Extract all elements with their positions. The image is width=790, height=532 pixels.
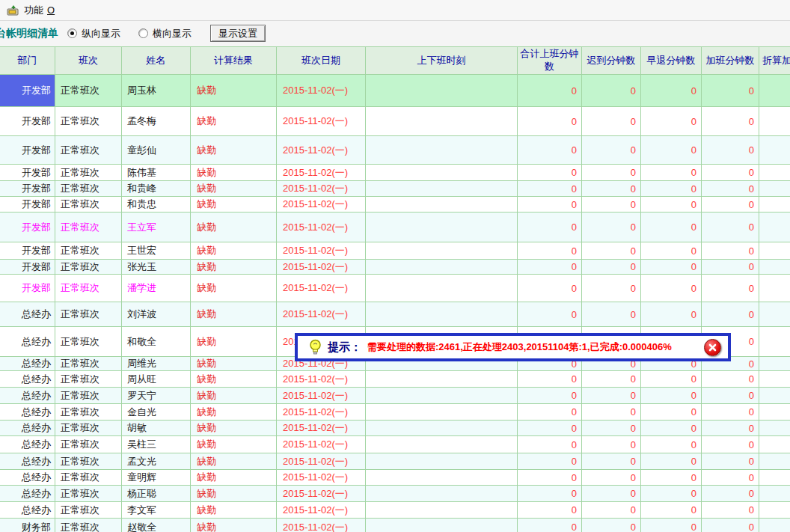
cell-date[interactable]: 2015-11-02(一) (277, 371, 366, 388)
cell-overtime-minutes[interactable]: 0 (702, 404, 759, 421)
cell-shift[interactable]: 正常班次 (55, 486, 122, 502)
table-row[interactable]: 总经办正常班次李文军缺勤2015-11-02(一)0000 (0, 502, 790, 519)
cell-overtime-minutes[interactable]: 0 (702, 371, 759, 388)
cell-overtime-minutes[interactable]: 0 (702, 486, 759, 502)
cell-total-minutes[interactable]: 0 (518, 136, 582, 165)
cell-name[interactable]: 罗天宁 (122, 388, 191, 404)
column-header[interactable]: 班次日期 (277, 46, 366, 75)
display-settings-button[interactable]: 显示设置 (210, 25, 266, 42)
cell-date[interactable]: 2015-11-02(一) (277, 107, 366, 136)
cell-early-minutes[interactable]: 0 (641, 519, 702, 532)
cell-late-minutes[interactable]: 0 (582, 470, 641, 486)
cell-late-minutes[interactable]: 0 (582, 502, 641, 519)
cell-late-minutes[interactable]: 0 (582, 436, 641, 453)
table-row[interactable]: 总经办正常班次童明辉缺勤2015-11-02(一)0000 (0, 470, 790, 486)
table-row[interactable]: 开发部正常班次孟冬梅缺勤2015-11-02(一)0000 (0, 107, 790, 136)
cell-worktime[interactable] (366, 260, 518, 275)
cell-date[interactable]: 2015-11-02(一) (277, 75, 366, 107)
cell-shift[interactable]: 正常班次 (55, 242, 122, 260)
cell-converted[interactable] (759, 275, 790, 302)
cell-shift[interactable]: 正常班次 (55, 165, 122, 181)
cell-early-minutes[interactable]: 0 (641, 470, 702, 486)
cell-dept[interactable]: 总经办 (0, 388, 55, 404)
cell-dept[interactable]: 财务部 (0, 519, 55, 532)
cell-result[interactable]: 缺勤 (191, 486, 277, 502)
cell-late-minutes[interactable]: 0 (582, 486, 641, 502)
cell-early-minutes[interactable]: 0 (641, 165, 702, 181)
cell-early-minutes[interactable]: 0 (641, 181, 702, 197)
cell-total-minutes[interactable]: 0 (518, 213, 582, 242)
cell-date[interactable]: 2015-11-02(一) (277, 260, 366, 275)
cell-shift[interactable]: 正常班次 (55, 260, 122, 275)
cell-worktime[interactable] (366, 404, 518, 421)
cell-name[interactable]: 孟冬梅 (122, 107, 191, 136)
cell-early-minutes[interactable]: 0 (641, 75, 702, 107)
cell-early-minutes[interactable]: 0 (641, 197, 702, 213)
cell-overtime-minutes[interactable]: 0 (702, 470, 759, 486)
cell-result[interactable]: 缺勤 (191, 260, 277, 275)
cell-dept[interactable]: 总经办 (0, 357, 55, 371)
cell-dept[interactable]: 开发部 (0, 75, 55, 107)
menu-function[interactable]: 功能O (5, 2, 59, 19)
cell-name[interactable]: 和贵忠 (122, 197, 191, 213)
cell-dept[interactable]: 开发部 (0, 181, 55, 197)
table-row[interactable]: 开发部正常班次陈伟基缺勤2015-11-02(一)0000 (0, 165, 790, 181)
cell-converted[interactable] (759, 519, 790, 532)
cell-converted[interactable] (759, 436, 790, 453)
cell-late-minutes[interactable]: 0 (582, 302, 641, 327)
cell-date[interactable]: 2015-11-02(一) (277, 519, 366, 532)
cell-dept[interactable]: 总经办 (0, 502, 55, 519)
cell-dept[interactable]: 总经办 (0, 371, 55, 388)
cell-name[interactable]: 周玉林 (122, 75, 191, 107)
column-header[interactable]: 上下班时刻 (366, 46, 518, 75)
cell-result[interactable]: 缺勤 (191, 404, 277, 421)
cell-total-minutes[interactable]: 0 (518, 242, 582, 260)
cell-overtime-minutes[interactable]: 0 (702, 197, 759, 213)
column-header[interactable]: 计算结果 (191, 46, 277, 75)
cell-late-minutes[interactable]: 0 (582, 421, 641, 436)
table-row[interactable]: 总经办正常班次周从旺缺勤2015-11-02(一)0000 (0, 371, 790, 388)
cell-result[interactable]: 缺勤 (191, 357, 277, 371)
cell-total-minutes[interactable]: 0 (518, 502, 582, 519)
cell-result[interactable]: 缺勤 (191, 502, 277, 519)
cell-dept[interactable]: 总经办 (0, 302, 55, 327)
cell-result[interactable]: 缺勤 (191, 213, 277, 242)
cell-result[interactable]: 缺勤 (191, 197, 277, 213)
cell-worktime[interactable] (366, 388, 518, 404)
cell-date[interactable]: 2015-11-02(一) (277, 421, 366, 436)
cell-total-minutes[interactable]: 0 (518, 436, 582, 453)
table-row[interactable]: 开发部正常班次潘学进缺勤2015-11-02(一)0000 (0, 275, 790, 302)
cell-result[interactable]: 缺勤 (191, 165, 277, 181)
cell-name[interactable]: 吴柱三 (122, 436, 191, 453)
cell-dept[interactable]: 总经办 (0, 486, 55, 502)
cell-total-minutes[interactable]: 0 (518, 165, 582, 181)
cell-late-minutes[interactable]: 0 (582, 388, 641, 404)
cell-converted[interactable] (759, 136, 790, 165)
cell-early-minutes[interactable]: 0 (641, 371, 702, 388)
table-row[interactable]: 开发部正常班次周玉林缺勤2015-11-02(一)0000 (0, 75, 790, 107)
cell-converted[interactable] (759, 502, 790, 519)
cell-date[interactable]: 2015-11-02(一) (277, 453, 366, 470)
cell-name[interactable]: 潘学进 (122, 275, 191, 302)
cell-early-minutes[interactable]: 0 (641, 502, 702, 519)
cell-early-minutes[interactable]: 0 (641, 136, 702, 165)
cell-shift[interactable]: 正常班次 (55, 302, 122, 327)
cell-overtime-minutes[interactable]: 0 (702, 75, 759, 107)
table-row[interactable]: 开发部正常班次童彭仙缺勤2015-11-02(一)0000 (0, 136, 790, 165)
cell-total-minutes[interactable]: 0 (518, 197, 582, 213)
cell-total-minutes[interactable]: 0 (518, 302, 582, 327)
cell-converted[interactable] (759, 260, 790, 275)
cell-total-minutes[interactable]: 0 (518, 519, 582, 532)
cell-date[interactable]: 2015-11-02(一) (277, 181, 366, 197)
column-header[interactable]: 早退分钟数 (641, 46, 702, 75)
cell-result[interactable]: 缺勤 (191, 388, 277, 404)
cell-date[interactable]: 2015-11-02(一) (277, 242, 366, 260)
cell-date[interactable]: 2015-11-02(一) (277, 486, 366, 502)
cell-result[interactable]: 缺勤 (191, 436, 277, 453)
cell-converted[interactable] (759, 181, 790, 197)
cell-late-minutes[interactable]: 0 (582, 213, 641, 242)
cell-converted[interactable] (759, 302, 790, 327)
cell-total-minutes[interactable]: 0 (518, 260, 582, 275)
cell-name[interactable]: 童彭仙 (122, 136, 191, 165)
table-row[interactable]: 总经办正常班次孟文光缺勤2015-11-02(一)0000 (0, 453, 790, 470)
